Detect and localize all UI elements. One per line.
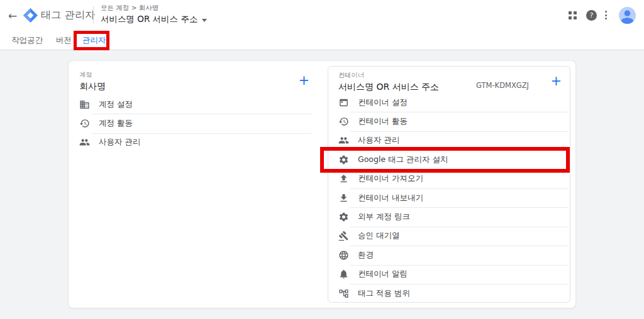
list-item-label: 계정 활동 [99,118,133,129]
list-item[interactable]: 계정 활동 [79,114,312,132]
list-item-label: 외부 계정 링크 [358,212,410,222]
tab-admin[interactable]: 관리자 [82,35,106,46]
bell-icon [338,269,349,279]
chevron-down-icon [202,19,207,22]
gtm-admin-page: ← 태그 관리자 모든 계정 > 회사명 서비스명 OR 서비스 주소 ? 작업… [0,0,644,319]
container-card: 컨테이너 서비스명 OR 서비스 주소 GTM-KDMXGZJ + 컨테이너 설… [328,66,570,303]
account-section-label: 계정 [79,70,312,79]
account-card-header: 계정 회사명 + [79,66,312,95]
list-item[interactable]: 컨테이너 내보내기 [328,188,570,207]
container-name: 서비스명 OR 서비스 주소 [338,82,570,93]
account-card: 계정 회사명 + 계정 설정 계정 활동 사용자 관리 [79,66,312,152]
history-icon [338,116,349,127]
apps-grid-icon[interactable] [569,11,577,19]
list-item-label: 컨테이너 가져오기 [358,173,423,184]
building-icon [79,99,90,110]
list-item[interactable]: 사용자 관리 [79,133,312,152]
download-icon [338,193,349,203]
list-item[interactable]: 외부 계정 링크 [328,207,570,226]
gear-icon [338,154,349,165]
container-id-badge[interactable]: GTM-KDMXGZJ [476,81,529,90]
tab-versions[interactable]: 버전 [56,35,72,46]
globe-icon [338,250,349,261]
list-item[interactable]: 컨테이너 가져오기 [328,170,570,188]
list-item[interactable]: 환경 [328,246,570,264]
tab-workspace[interactable]: 작업공간 [11,35,43,46]
back-arrow-icon[interactable]: ← [5,8,20,23]
list-item-label: 환경 [358,250,374,261]
people-icon [338,135,349,146]
container-selector-label: 서비스명 OR 서비스 주소 [101,14,197,25]
list-item-label: Google 태그 관리자 설치 [358,154,448,165]
list-item-label: 승인 대기열 [358,230,399,241]
add-account-button[interactable]: + [298,74,309,87]
top-bar: ← 태그 관리자 모든 계정 > 회사명 서비스명 OR 서비스 주소 ? [0,0,644,30]
list-item-label: 컨테이너 알림 [358,269,408,279]
history-icon [79,118,90,129]
more-options-icon[interactable] [602,9,609,21]
list-item[interactable]: 승인 대기열 [328,227,570,246]
list-item-label: 태그 적용 범위 [358,288,410,299]
person-icon [619,7,636,24]
sitemap-icon [338,288,349,299]
breadcrumb: 모든 계정 > 회사명 [101,4,207,13]
list-item[interactable]: 계정 설정 [79,95,312,114]
list-item[interactable]: 사용자 관리 [328,131,570,150]
help-icon[interactable]: ? [586,10,597,21]
gear-icon [338,212,349,222]
account-context: 모든 계정 > 회사명 서비스명 OR 서비스 주소 [101,4,207,25]
list-item-label: 컨테이너 내보내기 [358,193,423,203]
account-name: 회사명 [79,81,312,92]
list-item[interactable]: 컨테이너 활동 [328,112,570,131]
list-item-label: 컨테이너 활동 [358,116,408,127]
container-section-label: 컨테이너 [338,71,570,80]
gavel-icon [338,230,349,241]
list-item-label: 사용자 관리 [358,135,399,146]
list-item[interactable]: Google 태그 관리자 설치 [328,150,570,169]
list-item[interactable]: 컨테이너 설정 [328,93,570,112]
people-icon [79,137,90,148]
list-item-label: 사용자 관리 [99,137,140,148]
list-item-label: 계정 설정 [99,99,133,110]
app-title: 태그 관리자 [41,9,95,22]
list-item[interactable]: 태그 적용 범위 [328,284,570,303]
list-item-label: 컨테이너 설정 [358,97,408,108]
avatar[interactable] [619,7,636,24]
list-item[interactable]: 컨테이너 알림 [328,265,570,284]
tab-bar: 작업공간 버전 관리자 [0,30,644,50]
container-menu-list: 컨테이너 설정 컨테이너 활동 사용자 관리 Google 태그 관리자 설치 … [328,93,570,303]
active-tab-underline [81,48,106,50]
title-divider [93,6,94,24]
upload-icon [338,173,349,184]
container-card-header: 컨테이너 서비스명 OR 서비스 주소 GTM-KDMXGZJ + [328,67,570,93]
admin-panel: 계정 회사명 + 계정 설정 계정 활동 사용자 관리 [68,60,576,308]
web-asset-icon [338,97,349,108]
container-selector[interactable]: 서비스명 OR 서비스 주소 [101,14,207,25]
add-container-button[interactable]: + [550,75,562,87]
tag-manager-logo-icon [23,8,38,23]
account-menu-list: 계정 설정 계정 활동 사용자 관리 [79,95,312,152]
